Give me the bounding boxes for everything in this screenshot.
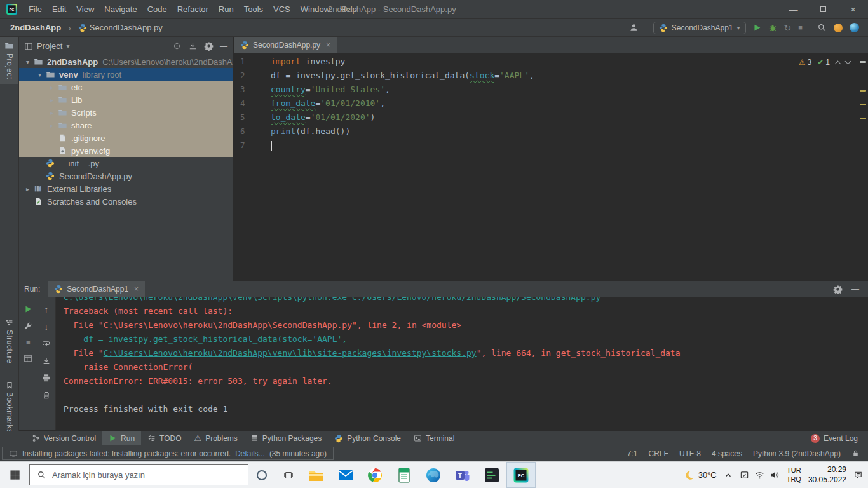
run-config-select[interactable]: SecondDashApp1▾ bbox=[653, 22, 746, 34]
close-icon[interactable]: × bbox=[134, 285, 139, 294]
gear-icon[interactable] bbox=[833, 285, 843, 294]
tree-item-gitignore[interactable]: .gitignore bbox=[19, 132, 233, 144]
code-line-1[interactable]: 1import investpy bbox=[234, 55, 868, 69]
cortana-button[interactable] bbox=[248, 462, 275, 488]
run-tab[interactable]: SecondDashApp1 × bbox=[48, 281, 145, 297]
updates-button[interactable] bbox=[834, 24, 843, 32]
taskbar-spreadsheet[interactable] bbox=[390, 462, 419, 488]
stop-icon[interactable]: ■ bbox=[26, 339, 31, 346]
code-line-7[interactable]: 7 bbox=[234, 139, 868, 152]
close-button[interactable]: × bbox=[838, 0, 868, 18]
chevron-right-icon[interactable]: ▸ bbox=[47, 109, 57, 116]
menu-view[interactable]: View bbox=[71, 3, 99, 16]
clock[interactable]: 20:29 30.05.2022 bbox=[808, 465, 846, 485]
start-button[interactable] bbox=[0, 462, 29, 488]
user-button[interactable] bbox=[629, 23, 639, 32]
error-stripe-mark[interactable] bbox=[860, 118, 866, 119]
tree-item-etc[interactable]: ▸etc bbox=[19, 81, 233, 93]
run-button[interactable] bbox=[753, 24, 761, 32]
indent-setting[interactable]: 4 spaces bbox=[712, 449, 742, 458]
tree-item-2nddashapp[interactable]: ▾2ndDashAppC:\Users\Lenovo\heroku\2ndDas… bbox=[19, 55, 233, 68]
tree-item-venv[interactable]: ▾venvlibrary root bbox=[19, 68, 233, 81]
taskbar-teams[interactable] bbox=[448, 462, 477, 488]
chevron-right-icon[interactable]: ▸ bbox=[23, 186, 32, 193]
search-input[interactable] bbox=[52, 470, 241, 480]
caret-position[interactable]: 7:1 bbox=[627, 449, 638, 458]
tool-button-python-console[interactable]: Python Console bbox=[328, 431, 407, 445]
stacktrace-link[interactable]: C:\Users\Lenovo\heroku\2ndDashApp\Second… bbox=[104, 320, 352, 330]
task-view-button[interactable] bbox=[275, 462, 302, 488]
code-line-2[interactable]: 2df = investpy.get_stock_historical_data… bbox=[234, 69, 868, 83]
tool-button-terminal[interactable]: Terminal bbox=[407, 431, 461, 445]
hide-icon[interactable]: — bbox=[851, 285, 859, 293]
status-message[interactable]: Installing packages failed: Installing p… bbox=[2, 447, 334, 460]
interpreter[interactable]: Python 3.9 (2ndDashApp) bbox=[753, 449, 841, 458]
menu-tools[interactable]: Tools bbox=[239, 3, 268, 16]
line-ending[interactable]: CRLF bbox=[649, 449, 668, 458]
stacktrace-link[interactable]: C:\Users\Lenovo\heroku\2ndDashApp\venv\l… bbox=[104, 348, 477, 358]
code-line-6[interactable]: 6print(df.head()) bbox=[234, 125, 868, 139]
chevron-down-icon[interactable]: ▾ bbox=[35, 71, 44, 78]
menu-run[interactable]: Run bbox=[214, 3, 239, 16]
taskbar-search[interactable] bbox=[29, 464, 248, 485]
tool-button-python-packages[interactable]: Python Packages bbox=[244, 431, 328, 445]
taskbar-chrome[interactable] bbox=[360, 462, 390, 488]
tool-button-run[interactable]: Run bbox=[102, 431, 141, 445]
error-stripe-mark[interactable] bbox=[860, 104, 866, 105]
scroll-end-icon[interactable] bbox=[42, 356, 51, 365]
lock-icon[interactable] bbox=[851, 449, 860, 458]
tool-button-todo[interactable]: TODO bbox=[141, 431, 187, 445]
tool-button-bookmarks[interactable]: Bookmarks bbox=[0, 377, 18, 438]
tree-item-external-libraries[interactable]: ▸External Libraries bbox=[19, 182, 233, 195]
code-line-3[interactable]: 3country='United States', bbox=[234, 83, 868, 97]
chevron-right-icon[interactable]: ▸ bbox=[47, 97, 57, 104]
tree-item-share[interactable]: ▸share bbox=[19, 119, 233, 132]
tree-item-lib[interactable]: ▸Lib bbox=[19, 93, 233, 106]
taskbar-mail[interactable] bbox=[331, 462, 360, 488]
volume-icon[interactable] bbox=[770, 470, 780, 480]
taskbar-pycharm[interactable]: PC bbox=[506, 462, 536, 488]
debug-button[interactable] bbox=[768, 24, 777, 32]
minimize-button[interactable]: — bbox=[778, 0, 808, 18]
breadcrumb-project[interactable]: 2ndDashApp bbox=[10, 23, 61, 32]
chevron-right-icon[interactable]: ▸ bbox=[47, 122, 57, 129]
action-center-icon[interactable] bbox=[853, 470, 863, 480]
weather-widget[interactable]: 30°C bbox=[683, 470, 717, 481]
menu-code[interactable]: Code bbox=[142, 3, 172, 16]
restore-layout-icon[interactable] bbox=[24, 354, 32, 363]
tool-button-project[interactable]: Project bbox=[0, 37, 18, 84]
prev-issue-icon[interactable] bbox=[835, 60, 841, 67]
network-icon[interactable] bbox=[755, 470, 764, 480]
hide-icon[interactable]: — bbox=[220, 43, 227, 50]
menu-file[interactable]: File bbox=[24, 3, 47, 16]
tree-item-scripts[interactable]: ▸Scripts bbox=[19, 106, 233, 119]
inspections-widget[interactable]: ⚠3 ✔1 bbox=[799, 58, 850, 67]
taskbar-code-app[interactable] bbox=[477, 462, 506, 488]
console-output[interactable]: C:\Users\Lenovo\heroku\2ndDashApp\venv\S… bbox=[56, 297, 868, 430]
taskbar-edge[interactable] bbox=[419, 462, 448, 488]
menu-navigate[interactable]: Navigate bbox=[99, 3, 142, 16]
chevron-down-icon[interactable]: ▾ bbox=[23, 58, 32, 65]
up-icon[interactable]: ↑ bbox=[44, 305, 48, 314]
error-stripe-mark[interactable] bbox=[860, 90, 866, 92]
down-icon[interactable]: ↓ bbox=[44, 322, 48, 331]
collapse-all-icon[interactable] bbox=[188, 41, 198, 51]
tool-button-problems[interactable]: ⚠Problems bbox=[188, 431, 244, 445]
tree-item-pyvenv-cfg[interactable]: pyvenv.cfg bbox=[19, 144, 233, 157]
editor-body[interactable]: 1import investpy2df = investpy.get_stock… bbox=[234, 53, 868, 281]
chevron-right-icon[interactable]: ▸ bbox=[47, 84, 57, 91]
coverage-button[interactable]: ↻ bbox=[784, 24, 792, 32]
menu-vcs[interactable]: VCS bbox=[268, 3, 295, 16]
taskbar-file-explorer[interactable] bbox=[302, 462, 331, 488]
tool-button-version-control[interactable]: Version Control bbox=[25, 431, 102, 445]
encoding[interactable]: UTF-8 bbox=[679, 449, 701, 458]
tree-item-scratches-and-consoles[interactable]: Scratches and Consoles bbox=[19, 195, 233, 208]
code-line-4[interactable]: 4from_date='01/01/2010', bbox=[234, 97, 868, 111]
event-log-button[interactable]: Event Log bbox=[824, 434, 858, 443]
language-indicator[interactable]: TUR TRQ bbox=[787, 466, 801, 484]
tool-button-structure[interactable]: Structure bbox=[0, 314, 18, 368]
project-view-select[interactable]: Project ▾ bbox=[24, 41, 70, 51]
error-stripe-mark[interactable] bbox=[860, 61, 866, 63]
next-issue-icon[interactable] bbox=[845, 58, 851, 65]
menu-refactor[interactable]: Refactor bbox=[172, 3, 214, 16]
